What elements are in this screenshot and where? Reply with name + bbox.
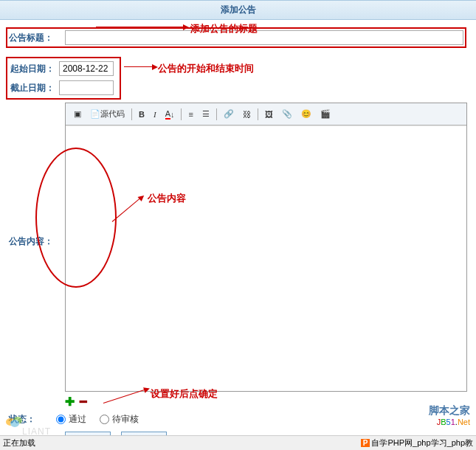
remove-icon[interactable]: ━ bbox=[80, 395, 87, 408]
status-pending-option[interactable]: 待审核 bbox=[100, 413, 139, 426]
status-bar: 正在加载 P 自学PHP网_php学习_php教 bbox=[0, 435, 476, 450]
start-date-label: 起始日期： bbox=[10, 63, 59, 75]
source-button[interactable]: 📄 源代码 bbox=[86, 106, 128, 122]
annotation-arrow bbox=[124, 66, 154, 67]
emoji-button[interactable]: 😊 bbox=[297, 107, 315, 121]
annotation-arrow bbox=[96, 27, 184, 27]
p-badge-icon: P bbox=[361, 439, 370, 447]
unordered-list-button[interactable]: ☰ bbox=[199, 107, 213, 121]
attach-button[interactable]: 📎 bbox=[278, 107, 296, 121]
add-icon[interactable]: ✚ bbox=[65, 395, 75, 408]
link-button[interactable]: 🔗 bbox=[220, 107, 238, 121]
site-logo: 脚本之家 JB51.Net bbox=[429, 404, 470, 426]
color-button[interactable]: A↓ bbox=[162, 107, 179, 122]
expand-icon[interactable]: ▣ bbox=[70, 107, 85, 121]
start-date-input[interactable] bbox=[59, 61, 114, 76]
rich-editor: ▣ 📄 源代码 B I A↓ ≡ ☰ 🔗 ⛓ 🖼 📎 😊 🎬 bbox=[65, 103, 467, 392]
end-date-label: 截止日期： bbox=[10, 82, 59, 94]
status-row: 状态： 通过 待审核 bbox=[0, 410, 476, 429]
end-date-input[interactable] bbox=[59, 80, 114, 95]
annotation-title: 添加公告的标题 bbox=[190, 22, 258, 35]
unlink-button[interactable]: ⛓ bbox=[239, 108, 255, 121]
status-pass-radio[interactable] bbox=[56, 415, 66, 424]
editor-toolbar: ▣ 📄 源代码 B I A↓ ≡ ☰ 🔗 ⛓ 🖼 📎 😊 🎬 bbox=[66, 103, 466, 125]
svg-point-2 bbox=[10, 420, 19, 427]
media-button[interactable]: 🎬 bbox=[317, 107, 334, 121]
status-pending-radio[interactable] bbox=[100, 415, 109, 424]
footer-left: 正在加载 bbox=[3, 437, 35, 449]
content-label: 公告内容： bbox=[0, 235, 56, 248]
annotation-date: 公告的开始和结束时间 bbox=[158, 62, 254, 75]
italic-button[interactable]: I bbox=[150, 108, 160, 121]
annotation-submit: 设置好后点确定 bbox=[151, 387, 218, 401]
title-input[interactable] bbox=[65, 30, 463, 45]
add-remove-controls: ✚ ━ bbox=[0, 392, 476, 410]
image-button[interactable]: 🖼 bbox=[261, 108, 277, 121]
status-pass-option[interactable]: 通过 bbox=[56, 413, 86, 426]
page-title: 添加公告 bbox=[221, 4, 256, 15]
editor-content[interactable] bbox=[66, 125, 466, 391]
ordered-list-button[interactable]: ≡ bbox=[184, 108, 196, 121]
title-label: 公告标题： bbox=[9, 32, 65, 44]
page-header: 添加公告 bbox=[0, 0, 476, 20]
bold-button[interactable]: B bbox=[135, 108, 148, 121]
annotation-content: 公告内容 bbox=[148, 192, 186, 205]
footer-right-text: 自学PHP网_php学习_php教 bbox=[371, 437, 473, 449]
